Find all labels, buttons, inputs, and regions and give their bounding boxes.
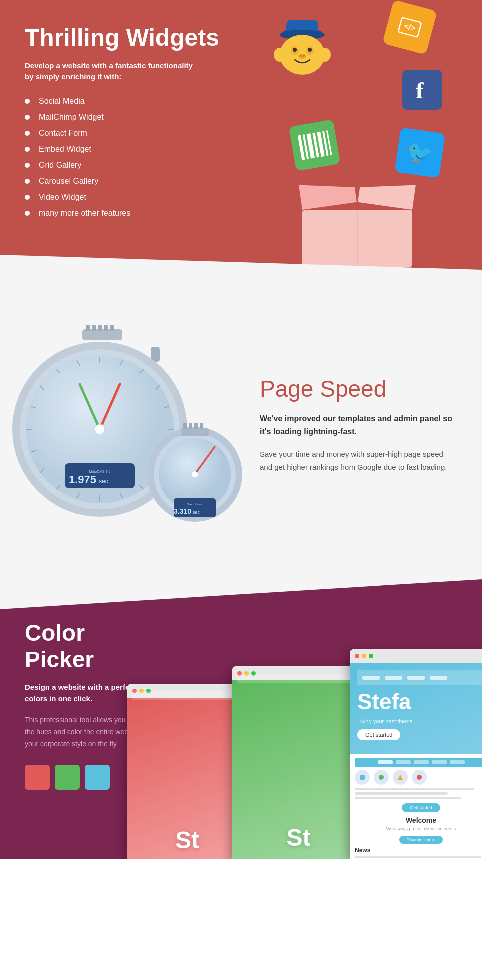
svg-rect-34 <box>104 325 108 331</box>
bullet-icon <box>25 211 30 216</box>
svg-rect-75 <box>194 423 198 429</box>
stopwatch-main-svg: MotoCMS 3.0 1.975 sec <box>0 320 250 529</box>
svg-rect-33 <box>98 325 102 331</box>
browser-body-1: St <box>127 698 247 859</box>
svg-rect-76 <box>200 423 203 429</box>
svg-text:sec: sec <box>99 478 108 485</box>
nav-dot-1 <box>362 676 380 680</box>
widget-list-item-label: MailChimp Widget <box>39 113 104 122</box>
browser-3-subtext: Living your best theme <box>357 718 482 724</box>
facebook-icon: f <box>402 70 442 110</box>
svg-point-10 <box>303 55 305 57</box>
color-swatch-green[interactable] <box>55 765 80 790</box>
browser-3-inner-btn[interactable]: Get started <box>402 803 440 812</box>
browser-1-hero-text: St <box>175 826 199 854</box>
svg-point-71 <box>192 471 198 477</box>
speed-title: Page Speed <box>260 375 452 402</box>
widget-list-item-label: Social Media <box>39 97 85 106</box>
browser-dot-yellow-3 <box>362 654 366 658</box>
widget-list-item: many more other features <box>25 209 240 218</box>
svg-rect-81 <box>360 775 365 780</box>
widget-list-item: Contact Form <box>25 129 240 138</box>
widget-list-item: Embed Widget <box>25 145 240 154</box>
browser-dot-green-3 <box>369 654 373 658</box>
nav-dot-3 <box>407 676 425 680</box>
browser-body-3: Stefa Living your best theme Get started <box>350 663 482 859</box>
svg-point-82 <box>379 775 384 780</box>
nav-dot-4 <box>430 676 447 680</box>
widgets-title: Thrilling Widgets <box>25 25 240 51</box>
browser-discover-btn[interactable]: Discover more <box>399 836 442 844</box>
svg-point-12 <box>319 48 331 62</box>
svg-rect-72 <box>181 428 209 436</box>
svg-point-62 <box>95 424 105 434</box>
svg-text:</>: </> <box>403 21 417 32</box>
widget-list-item-label: Video Widget <box>39 193 86 202</box>
bullet-icon <box>25 131 30 136</box>
widgets-illustration: </> f <box>222 0 482 280</box>
browser-dot-red-3 <box>355 654 359 658</box>
browser-icon-3 <box>393 770 408 785</box>
svg-rect-73 <box>183 423 187 429</box>
browser-3-hero-text: Stefa <box>357 689 482 714</box>
bullet-icon <box>25 147 30 152</box>
widget-list-item: Social Media <box>25 97 240 106</box>
browser-mockup-2: St <box>232 666 365 859</box>
svg-point-7 <box>308 48 312 52</box>
svg-text:sec: sec <box>193 510 200 515</box>
svg-text:WordPress: WordPress <box>187 503 202 506</box>
browser-2-hero-text: St <box>287 824 311 851</box>
svg-rect-35 <box>110 325 114 331</box>
browser-3-welcome: Welcome <box>355 816 482 824</box>
svg-point-9 <box>300 55 302 57</box>
svg-point-8 <box>298 54 306 59</box>
browser-bar-3 <box>350 649 482 663</box>
speed-illustration: MotoCMS 3.0 1.975 sec <box>0 320 250 529</box>
speed-content: Page Speed We've improved our templates … <box>250 375 482 473</box>
svg-text:f: f <box>416 78 424 103</box>
widget-list-item-label: Contact Form <box>39 129 87 138</box>
color-swatch-blue[interactable] <box>85 765 110 790</box>
browser-3-cta-button[interactable]: Get started <box>357 729 400 740</box>
orange-widget-icon: </> <box>382 0 437 55</box>
widget-list-item-label: many more other features <box>39 209 130 218</box>
text-line-4 <box>355 856 481 858</box>
browser-3-navbar <box>357 670 482 685</box>
browser-mockup-1: St <box>127 684 247 859</box>
widgets-content: Thrilling Widgets Develop a website with… <box>0 25 240 218</box>
text-line-2 <box>355 792 448 795</box>
bullet-icon <box>25 99 30 104</box>
box-illustration: 🐦 <box>262 130 452 270</box>
browser-mockups: St St <box>127 649 482 859</box>
svg-text:3.310: 3.310 <box>174 507 191 515</box>
widget-list-item-label: Embed Widget <box>39 145 91 154</box>
speed-bold-text: We've improved our templates and admin p… <box>260 412 452 438</box>
svg-text:1.975: 1.975 <box>69 473 96 486</box>
svg-rect-74 <box>189 423 192 429</box>
text-line-3 <box>355 797 461 799</box>
browser-3-icons-row <box>355 770 482 785</box>
widgets-subtitle: Develop a website with a fantastic funct… <box>25 60 240 83</box>
svg-rect-32 <box>92 325 96 331</box>
speed-section: MotoCMS 3.0 1.975 sec <box>0 280 482 579</box>
svg-rect-31 <box>86 325 90 331</box>
browser-icon-4 <box>412 770 427 785</box>
svg-point-6 <box>293 48 297 52</box>
widget-list-item: MailChimp Widget <box>25 113 240 122</box>
bullet-icon <box>25 195 30 200</box>
bullet-icon <box>25 179 30 184</box>
barcode-icon <box>289 119 341 173</box>
color-section-divider <box>0 579 482 609</box>
widget-list-item: Grid Gallery <box>25 161 240 170</box>
bullet-icon <box>25 115 30 120</box>
mailchimp-illustration <box>272 15 337 85</box>
color-swatch-red[interactable] <box>25 765 50 790</box>
widget-list-item: Video Widget <box>25 193 240 202</box>
browser-icon-1 <box>355 770 370 785</box>
browser-3-news-label: News <box>355 847 482 854</box>
browser-3-welcome-sub: We always protect client's interests <box>355 826 482 831</box>
speed-description: Save your time and money with super-high… <box>260 448 452 473</box>
widget-list-item-label: Carousel Gallery <box>39 177 98 186</box>
bullet-icon <box>25 163 30 168</box>
browser-icon-2 <box>374 770 389 785</box>
